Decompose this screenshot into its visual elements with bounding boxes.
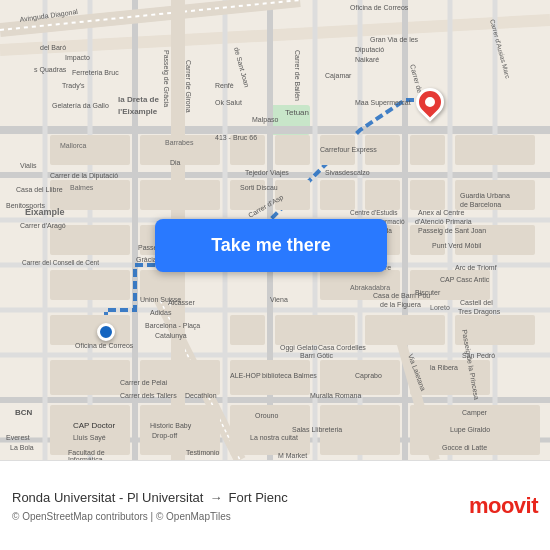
svg-text:Carrer de la Diputació: Carrer de la Diputació bbox=[50, 172, 118, 180]
map-container: Carrer d'Aragó Carrer de Pelai Carrer de… bbox=[0, 0, 550, 460]
svg-text:Benitosports: Benitosports bbox=[6, 202, 45, 210]
svg-text:Tetuan: Tetuan bbox=[285, 108, 309, 117]
svg-text:Passeig de Sant Joan: Passeig de Sant Joan bbox=[418, 227, 486, 235]
svg-text:Camper: Camper bbox=[462, 409, 488, 417]
svg-text:Carrer dels Tallers: Carrer dels Tallers bbox=[120, 392, 177, 399]
svg-text:Trady's: Trady's bbox=[62, 82, 85, 90]
svg-text:Cajamar: Cajamar bbox=[325, 72, 352, 80]
svg-text:s Quadras: s Quadras bbox=[34, 66, 67, 74]
moovit-brand: moovit bbox=[469, 493, 538, 519]
svg-text:de Barcelona: de Barcelona bbox=[460, 201, 501, 208]
svg-rect-64 bbox=[50, 405, 130, 455]
svg-text:Caprabo: Caprabo bbox=[355, 372, 382, 380]
take-me-there-label: Take me there bbox=[211, 235, 331, 256]
svg-rect-53 bbox=[50, 315, 130, 345]
svg-rect-44 bbox=[410, 180, 445, 210]
svg-text:Catalunya: Catalunya bbox=[155, 332, 187, 340]
svg-text:Alcàsser: Alcàsser bbox=[168, 299, 196, 306]
svg-text:Lupe Giraldo: Lupe Giraldo bbox=[450, 426, 490, 434]
svg-text:Orouno: Orouno bbox=[255, 412, 278, 419]
svg-text:San Pedró: San Pedró bbox=[462, 352, 495, 359]
svg-rect-65 bbox=[140, 405, 220, 455]
svg-text:413 - Bruc 66: 413 - Bruc 66 bbox=[215, 134, 257, 141]
svg-text:Sorti Discau: Sorti Discau bbox=[240, 184, 278, 191]
destination-pin bbox=[416, 88, 444, 116]
svg-text:Dia: Dia bbox=[170, 159, 181, 166]
svg-text:Lluís Sayé: Lluís Sayé bbox=[73, 434, 106, 442]
svg-text:Gran Via de les: Gran Via de les bbox=[370, 36, 419, 43]
svg-text:Tres Dragons: Tres Dragons bbox=[458, 308, 501, 316]
svg-text:Oggi Gelato: Oggi Gelato bbox=[280, 344, 317, 352]
svg-text:Renfè: Renfè bbox=[215, 82, 234, 89]
svg-text:Carrer del Consell de Cent: Carrer del Consell de Cent bbox=[22, 259, 99, 266]
svg-text:Loreto: Loreto bbox=[430, 304, 450, 311]
svg-rect-45 bbox=[455, 135, 535, 165]
svg-rect-57 bbox=[230, 315, 265, 345]
route-info: Ronda Universitat - Pl Universitat → For… bbox=[12, 490, 457, 522]
svg-text:la Ribera: la Ribera bbox=[430, 364, 458, 371]
svg-text:Viena: Viena bbox=[270, 296, 288, 303]
svg-text:Oficina de Correos: Oficina de Correos bbox=[350, 4, 409, 11]
svg-text:Carrer de Bailén: Carrer de Bailén bbox=[294, 50, 301, 101]
svg-text:Castell del: Castell del bbox=[460, 299, 493, 306]
svg-text:l'Eixample: l'Eixample bbox=[118, 107, 158, 116]
svg-text:Centre d'Estudis: Centre d'Estudis bbox=[350, 209, 398, 216]
svg-text:Naikaré: Naikaré bbox=[355, 56, 379, 63]
copyright: © OpenStreetMap contributors | © OpenMap… bbox=[12, 511, 457, 522]
svg-text:Adidas: Adidas bbox=[150, 309, 172, 316]
svg-text:Carrer de Pelai: Carrer de Pelai bbox=[120, 379, 168, 386]
svg-text:Carrer de Girona: Carrer de Girona bbox=[185, 60, 192, 113]
svg-text:Gelatería da Gallo: Gelatería da Gallo bbox=[52, 102, 109, 109]
svg-text:Drop-off: Drop-off bbox=[152, 432, 177, 440]
svg-text:la Dreta de: la Dreta de bbox=[118, 95, 159, 104]
svg-text:d'Atenció Primaria: d'Atenció Primaria bbox=[415, 218, 472, 225]
svg-text:Vialis: Vialis bbox=[20, 162, 37, 169]
svg-text:Abrakadabra: Abrakadabra bbox=[350, 284, 390, 291]
svg-rect-30 bbox=[50, 225, 130, 255]
svg-text:Diputació: Diputació bbox=[355, 46, 384, 54]
route-from: Ronda Universitat - Pl Universitat bbox=[12, 490, 203, 505]
svg-text:Arc de Triomf: Arc de Triomf bbox=[455, 264, 497, 271]
svg-text:Carrer d'Aragó: Carrer d'Aragó bbox=[20, 222, 66, 230]
svg-text:Carrefour Express: Carrefour Express bbox=[320, 146, 377, 154]
svg-text:Casa del Llibre: Casa del Llibre bbox=[16, 186, 63, 193]
svg-text:Passeig de Gràcia: Passeig de Gràcia bbox=[162, 50, 170, 107]
svg-text:Casa Cordelles: Casa Cordelles bbox=[318, 344, 366, 351]
route-arrow: → bbox=[209, 490, 222, 505]
moovit-logo: moovit bbox=[469, 493, 538, 519]
svg-text:Gràcia: Gràcia bbox=[136, 256, 157, 263]
svg-text:Decathlon: Decathlon bbox=[185, 392, 217, 399]
svg-text:del Baró: del Baró bbox=[40, 44, 66, 51]
svg-rect-58 bbox=[275, 315, 355, 345]
svg-text:Malpaso: Malpaso bbox=[252, 116, 279, 124]
svg-text:Mallorca: Mallorca bbox=[60, 142, 87, 149]
take-me-there-button[interactable]: Take me there bbox=[155, 219, 387, 272]
svg-text:de la Figuera: de la Figuera bbox=[380, 301, 421, 309]
svg-text:Punt Verd Mòbil: Punt Verd Mòbil bbox=[432, 242, 482, 249]
svg-text:La nostra cuitat: La nostra cuitat bbox=[250, 434, 298, 441]
svg-text:ALE-HOP: ALE-HOP bbox=[230, 372, 261, 379]
svg-text:Historic Baby: Historic Baby bbox=[150, 422, 192, 430]
svg-rect-55 bbox=[50, 360, 130, 395]
origin-dot bbox=[97, 323, 115, 341]
svg-rect-28 bbox=[50, 135, 130, 165]
svg-text:Barcelona - Plaça: Barcelona - Plaça bbox=[145, 322, 200, 330]
svg-rect-37 bbox=[275, 135, 310, 165]
svg-text:M Market: M Market bbox=[278, 452, 307, 459]
svg-text:Gocce di Latte: Gocce di Latte bbox=[442, 444, 487, 451]
bottom-bar: Ronda Universitat - Pl Universitat → For… bbox=[0, 460, 550, 550]
svg-text:Maa Supermercat: Maa Supermercat bbox=[355, 99, 411, 107]
svg-rect-42 bbox=[365, 180, 400, 210]
svg-text:Guardia Urbana: Guardia Urbana bbox=[460, 192, 510, 199]
svg-text:CAP Doctor: CAP Doctor bbox=[73, 421, 115, 430]
svg-rect-43 bbox=[410, 135, 445, 165]
svg-text:Barri Gòtic: Barri Gòtic bbox=[300, 352, 334, 359]
svg-text:Salas Llibreteria: Salas Llibreteria bbox=[292, 426, 342, 433]
svg-text:La Bola: La Bola bbox=[10, 444, 34, 451]
svg-rect-33 bbox=[140, 180, 220, 210]
svg-text:Ferreteria Bruc: Ferreteria Bruc bbox=[72, 69, 119, 76]
route-to: Fort Pienc bbox=[228, 490, 287, 505]
svg-text:Facultad de: Facultad de bbox=[68, 449, 105, 456]
svg-text:Muralla Romana: Muralla Romana bbox=[310, 392, 361, 399]
svg-text:Barrabes: Barrabes bbox=[165, 139, 194, 146]
